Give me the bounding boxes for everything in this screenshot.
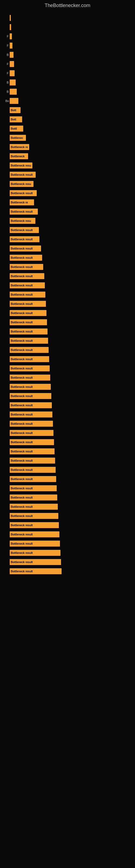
bar: Bottleneck result	[10, 282, 45, 288]
chart-area: FFBFFBBBoBottBottBottlBottlenecBottlenec…	[0, 10, 135, 579]
bar-text: Bottleneck resu	[10, 219, 31, 222]
bar: Bottleneck result	[10, 495, 57, 500]
bar-row: Bottleneck result	[5, 282, 130, 289]
bar	[10, 70, 14, 76]
bar	[10, 89, 17, 95]
site-title: TheBottlenecker.com	[0, 0, 135, 10]
bar-text: Bottleneck result	[10, 496, 33, 499]
bar-row	[5, 14, 130, 22]
bar: Bott	[10, 107, 20, 113]
bar-text: Bottleneck result	[10, 376, 33, 379]
bar-row: Bottleneck re	[5, 143, 130, 151]
bar	[10, 80, 16, 86]
bar-row: Bottleneck result	[5, 318, 130, 326]
bar-axis-label: B	[5, 81, 9, 84]
bar-row: Bottleneck result	[5, 558, 130, 566]
bar: Bottleneck result	[10, 384, 51, 390]
bar	[10, 98, 18, 104]
bar-row: Bottleneck resu	[5, 162, 130, 169]
bar-text: Bottlenec	[10, 136, 23, 140]
bar-text: Bottleneck result	[10, 468, 33, 471]
bar-text: Bottleneck result	[10, 303, 33, 305]
bar-row: F	[5, 69, 130, 77]
bar-text: Bottleneck result	[10, 330, 33, 333]
bar	[10, 15, 11, 21]
bar-row: Bottleneck result	[5, 401, 130, 409]
bar-row: Bottleneck result	[5, 171, 130, 179]
bar-row: Bottleneck result	[5, 300, 130, 308]
bar-row: Bottleneck result	[5, 521, 130, 529]
bar-text: Bottleneck result	[10, 385, 33, 389]
bar-axis-label: F	[5, 44, 9, 47]
bar-row: F	[5, 42, 130, 50]
bar: Bottleneck result	[10, 291, 45, 298]
bar-row: Bott	[5, 116, 130, 123]
bar-text: Bottleneck re	[10, 146, 28, 149]
bar: Bottleneck re	[10, 199, 34, 205]
bar: Bottleneck result	[10, 540, 60, 547]
bar-row: Bottleneck result	[5, 438, 130, 446]
bar-row: F	[5, 60, 130, 68]
bar	[10, 52, 13, 58]
bar-row: Bottleneck result	[5, 411, 130, 418]
bar: Bottleneck result	[10, 172, 36, 178]
bar	[10, 42, 12, 49]
bar: Bottl	[10, 126, 23, 131]
bar-text: Bottleneck result	[10, 533, 33, 536]
bar-row: B	[5, 51, 130, 59]
bar-row: Bottleneck re	[5, 198, 130, 206]
bar-row: Bottleneck result	[5, 457, 130, 464]
bar: Bottleneck	[10, 153, 28, 159]
bar: Bottleneck result	[10, 476, 56, 482]
bar: Bottleneck result	[10, 255, 42, 261]
bar-row: Bottleneck resu	[5, 180, 130, 188]
bar: Bottleneck result	[10, 319, 47, 325]
bar-text: Bottleneck result	[10, 505, 33, 508]
bar-row: Bottleneck result	[5, 365, 130, 372]
bar-text: Bottleneck result	[10, 293, 33, 296]
bar-text: Bottleneck result	[10, 395, 33, 398]
bar-text: Bottleneck result	[10, 542, 33, 545]
bar-axis-label: F	[5, 35, 9, 38]
bar-axis-label: F	[5, 72, 9, 75]
bar-text: Bottleneck	[10, 155, 25, 158]
bar: Bottleneck result	[10, 448, 54, 454]
bar-text: Bottleneck result	[10, 552, 33, 554]
bar-text: Bottleneck result	[10, 422, 33, 425]
bar: Bottleneck result	[10, 347, 49, 353]
bar-row: Bottleneck result	[5, 512, 130, 520]
bar-text: Bottleneck result	[10, 192, 33, 195]
bar-text: Bottleneck result	[10, 570, 33, 573]
bar-row: Bottleneck result	[5, 383, 130, 391]
bar: Bottleneck result	[10, 458, 55, 464]
bar-row: Bottleneck result	[5, 447, 130, 455]
bar	[10, 61, 14, 67]
bar: Bottleneck resu	[10, 218, 35, 224]
bar-row: Bottleneck result	[5, 485, 130, 492]
bar-row: Bottleneck result	[5, 263, 130, 271]
bar: Bottleneck result	[10, 301, 46, 307]
bar: Bottleneck result	[10, 310, 46, 316]
bar: Bottleneck result	[10, 356, 49, 362]
bar: Bottleneck result	[10, 393, 51, 399]
bar-row: Bottleneck result	[5, 291, 130, 299]
bar: Bottleneck result	[10, 522, 59, 528]
bar-row: Bottleneck result	[5, 494, 130, 501]
bar-text: Bottleneck result	[10, 358, 33, 361]
bar-row: Bottlenec	[5, 134, 130, 142]
bar-row: Bottleneck result	[5, 245, 130, 252]
bar-row: Bottleneck result	[5, 540, 130, 547]
bar-text: Bottleneck result	[10, 284, 33, 287]
bar-text: Bottleneck result	[10, 413, 33, 416]
bar-text: Bottleneck result	[10, 321, 33, 324]
bar: Bottleneck result	[10, 430, 53, 436]
bar-row: Bottleneck result	[5, 466, 130, 474]
bar: Bottleneck result	[10, 365, 50, 371]
page-container: TheBottlenecker.com FFBFFBBBoBottBottBot…	[0, 0, 135, 579]
bar: Bottleneck result	[10, 402, 52, 408]
bar-row: Bottleneck result	[5, 567, 130, 575]
bar-text: Bottleneck result	[10, 524, 33, 527]
bar-text: Bott	[10, 109, 16, 112]
bar-row: Bottleneck result	[5, 328, 130, 335]
bar-row: Bottleneck result	[5, 337, 130, 344]
